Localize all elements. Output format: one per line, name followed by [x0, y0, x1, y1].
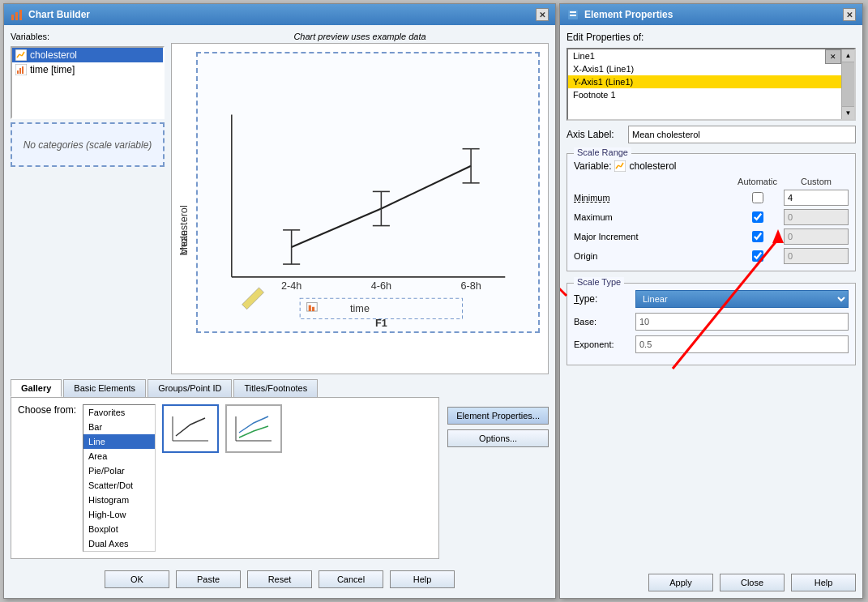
variables-label: Variables:: [11, 32, 165, 41]
listitem-yaxis1[interactable]: Y-Axis1 (Line1): [568, 75, 854, 88]
element-props-titlebar: Element Properties ✕: [560, 4, 862, 25]
element-props-title: Element Properties: [584, 9, 673, 20]
axis-label-label: Axis Label:: [567, 129, 623, 140]
major-increment-auto-cell: [738, 231, 777, 242]
element-properties-window: Element Properties ✕ Edit Properties of:…: [559, 3, 863, 599]
close-button[interactable]: Close: [720, 574, 785, 591]
variable-time-label: time [time]: [30, 64, 75, 75]
scale-type-title: Scale Type: [574, 277, 624, 287]
categories-text: No categories (scale variable): [24, 139, 152, 151]
options-button[interactable]: Options...: [447, 429, 549, 447]
tab-content: Choose from: Favorites Bar Line Area Pie…: [11, 397, 439, 559]
gallery-piepolar[interactable]: Pie/Polar: [83, 463, 155, 478]
element-props-icon: [567, 8, 579, 21]
element-properties-button[interactable]: Element Properties...: [447, 407, 549, 425]
svg-line-47: [560, 247, 567, 296]
scroll-up-btn[interactable]: ▲: [842, 49, 854, 62]
scale-range-group: Scale Range Variable: cholesterol Automa…: [567, 153, 856, 271]
tab-gallery[interactable]: Gallery: [11, 379, 62, 397]
chart-builder-titlebar: Chart Builder ✕: [4, 4, 555, 25]
svg-rect-1: [15, 12, 18, 20]
custom-header: Custom: [784, 177, 849, 186]
major-increment-label: Major Increment: [574, 232, 731, 241]
gallery-area[interactable]: Area: [83, 449, 155, 463]
variables-panel: cholesterol time [time]: [11, 46, 165, 119]
right-buttons: Element Properties... Options...: [447, 379, 549, 447]
ordinal-icon: [15, 64, 27, 75]
minimum-auto-checkbox[interactable]: [752, 192, 763, 203]
exponent-input[interactable]: [635, 335, 849, 353]
axis-label-input[interactable]: [628, 126, 856, 143]
gallery-boxplot[interactable]: Boxplot: [83, 522, 155, 536]
maximum-label: Maximum: [574, 212, 731, 222]
ep-bottom-buttons: Apply Close Help: [567, 569, 856, 591]
scroll-down-btn[interactable]: ▼: [842, 106, 854, 119]
gallery-scatter[interactable]: Scatter/Dot: [83, 478, 155, 493]
maximum-auto-checkbox[interactable]: [752, 211, 763, 223]
edit-properties-label: Edit Properties of:: [567, 32, 856, 43]
variable-cholesterol[interactable]: cholesterol: [12, 48, 163, 62]
element-props-close[interactable]: ✕: [843, 8, 856, 21]
chart-preview-label: Chart preview uses example data: [171, 32, 549, 41]
origin-auto-cell: [738, 250, 777, 262]
variable-value: cholesterol: [629, 160, 676, 172]
origin-custom-input[interactable]: [784, 248, 849, 264]
svg-rect-9: [19, 68, 21, 74]
gallery-line[interactable]: Line: [83, 434, 155, 449]
properties-listbox: Line1 X-Axis1 (Line1) Y-Axis1 (Line1) Fo…: [567, 48, 856, 121]
tab-groups[interactable]: Groups/Point ID: [148, 379, 232, 397]
scroll-thumb: [842, 62, 854, 106]
gallery-favorites[interactable]: Favorites: [83, 405, 155, 420]
automatic-header: Automatic: [738, 177, 777, 186]
chart-thumb-line1[interactable]: [162, 404, 219, 453]
svg-rect-30: [307, 303, 318, 312]
paste-button[interactable]: Paste: [176, 570, 241, 588]
choose-from-label: Choose from:: [18, 404, 76, 416]
svg-rect-35: [242, 288, 264, 310]
origin-auto-checkbox[interactable]: [752, 250, 763, 262]
svg-rect-32: [312, 307, 314, 311]
tab-basic-elements[interactable]: Basic Elements: [63, 379, 146, 397]
reset-button[interactable]: Reset: [247, 570, 312, 588]
major-increment-custom-input[interactable]: [784, 228, 849, 245]
listitem-xaxis1[interactable]: X-Axis1 (Line1): [568, 62, 854, 75]
gallery-highlow[interactable]: High-Low: [83, 507, 155, 522]
cancel-button[interactable]: Cancel: [319, 570, 383, 588]
svg-rect-29: [300, 298, 462, 318]
chart-thumb-line2[interactable]: [225, 404, 282, 453]
gallery-histogram[interactable]: Histogram: [83, 493, 155, 507]
ep-help-button[interactable]: Help: [791, 574, 856, 591]
gallery-bar[interactable]: Bar: [83, 420, 155, 434]
gallery-dualaxes[interactable]: Dual Axes: [83, 536, 155, 551]
categories-area: No categories (scale variable): [11, 122, 165, 167]
base-input[interactable]: [635, 313, 849, 331]
variable-time[interactable]: time [time]: [12, 62, 163, 77]
listbox-clear-btn[interactable]: ✕: [825, 49, 841, 64]
chart-builder-window: Chart Builder ✕ Variables: choleste: [3, 3, 556, 599]
listitem-footnote1[interactable]: Footnote 1: [568, 88, 854, 101]
svg-rect-31: [309, 305, 311, 311]
maximum-custom-input[interactable]: [784, 209, 849, 225]
type-row: Type: Linear Logarithmic Power Logit: [574, 290, 849, 308]
tab-titles[interactable]: Titles/Footnotes: [233, 379, 318, 397]
scale-type-group: Scale Type Type: Linear Logarithmic Powe…: [567, 283, 856, 365]
bottom-buttons-bar: OK Paste Reset Cancel Help: [11, 564, 549, 591]
minimum-custom-input[interactable]: [784, 190, 849, 206]
type-label: Type:: [574, 293, 631, 305]
chart-preview-area: Mean cholesterol: [171, 43, 549, 374]
listitem-line1[interactable]: Line1: [568, 49, 854, 62]
axis-label-row: Axis Label:: [567, 126, 856, 143]
variable-row: Variable: cholesterol: [574, 160, 849, 172]
apply-button[interactable]: Apply: [648, 574, 713, 591]
exponent-row: Exponent:: [574, 335, 849, 353]
help-button[interactable]: Help: [390, 570, 455, 588]
ok-button[interactable]: OK: [105, 570, 169, 588]
tab-bar: Gallery Basic Elements Groups/Point ID T…: [11, 379, 439, 397]
svg-text:F1: F1: [375, 318, 387, 329]
svg-rect-0: [11, 15, 14, 20]
chart-builder-close[interactable]: ✕: [536, 8, 549, 21]
type-label-text: T: [574, 293, 579, 305]
svg-text:time: time: [350, 303, 370, 314]
major-increment-auto-checkbox[interactable]: [752, 231, 763, 242]
type-select[interactable]: Linear Logarithmic Power Logit: [635, 290, 849, 308]
